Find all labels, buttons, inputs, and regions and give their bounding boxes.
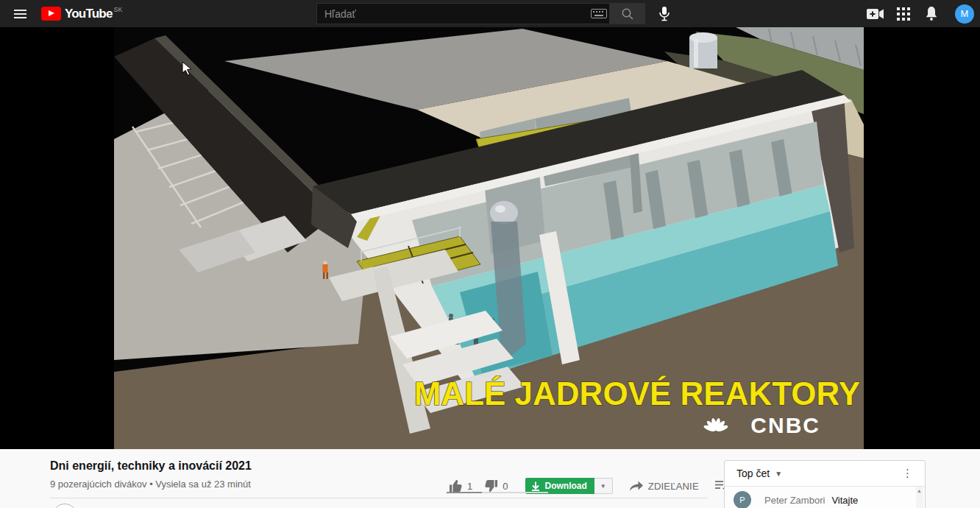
kebab-menu-icon: ⋮	[902, 467, 913, 479]
share-icon	[629, 480, 644, 493]
video-title: Dni energií, techniky a inovácií 2021	[50, 459, 252, 473]
chat-messages: P Peter Zambori Vitajte ▲	[725, 487, 925, 508]
create-video-button[interactable]	[867, 5, 884, 23]
youtube-logo[interactable]: YouTube SK	[41, 6, 123, 21]
dislike-count: 0	[503, 481, 508, 492]
search-input[interactable]	[316, 3, 610, 24]
scroll-up-icon: ▲	[917, 488, 922, 493]
like-button[interactable]: 1	[449, 479, 472, 493]
download-icon	[531, 481, 540, 491]
logo-country-code: SK	[114, 6, 123, 13]
video-meta: 9 pozerajúcich divákov • Vysiela sa už 2…	[50, 479, 251, 490]
masthead: YouTube SK	[0, 0, 980, 27]
share-button[interactable]: ZDIEĽANIE	[629, 480, 699, 493]
youtube-play-icon	[41, 7, 61, 21]
bell-icon	[924, 6, 939, 21]
chat-user-avatar[interactable]: P	[734, 491, 751, 508]
download-label: Download	[544, 481, 586, 491]
create-video-icon	[867, 8, 884, 20]
video-frame: MALÉ JADROVÉ REAKTORY CNBC	[114, 27, 864, 449]
chat-mode-label: Top čet	[736, 468, 770, 479]
chat-mode-dropdown[interactable]: Top čet ▼	[736, 468, 782, 479]
chat-text: Vitajte	[831, 495, 858, 506]
logo-text: YouTube	[65, 6, 113, 21]
masthead-right: M	[867, 0, 974, 27]
search-area	[316, 3, 673, 24]
apps-grid-button[interactable]	[895, 5, 912, 23]
chevron-down-icon: ▼	[600, 483, 606, 490]
channel-avatar[interactable]	[52, 504, 77, 508]
live-chat-panel: Top čet ▼ ⋮ P Peter Zambori Vitajte ▲	[724, 460, 926, 508]
video-player[interactable]: MALÉ JADROVÉ REAKTORY CNBC	[0, 27, 980, 449]
like-ratio-bar	[447, 492, 548, 493]
menu-icon[interactable]	[4, 0, 35, 27]
chat-menu-button[interactable]: ⋮	[899, 467, 916, 480]
apps-grid-icon	[897, 7, 910, 21]
dislike-button[interactable]: 0	[484, 479, 508, 493]
thumbs-up-icon	[449, 479, 463, 493]
search-icon	[621, 7, 634, 21]
youtube-page: YouTube SK	[0, 0, 980, 508]
thumbs-down-icon	[484, 479, 498, 493]
chat-header: Top čet ▼ ⋮	[725, 461, 925, 487]
share-label: ZDIEĽANIE	[648, 481, 699, 492]
mic-icon	[658, 6, 671, 22]
watch-info-area: Dni energií, techniky a inovácií 2021 9 …	[0, 449, 980, 508]
chevron-down-icon: ▼	[775, 470, 782, 478]
search-button[interactable]	[610, 3, 645, 24]
keyboard-icon[interactable]	[591, 9, 607, 18]
download-options-button[interactable]: ▼	[594, 478, 613, 494]
info-divider	[50, 498, 708, 498]
account-avatar[interactable]: M	[955, 4, 974, 24]
chat-message: P Peter Zambori Vitajte	[725, 487, 925, 508]
notifications-button[interactable]	[923, 5, 940, 23]
chat-scrollbar[interactable]: ▲	[916, 487, 923, 508]
video-overlay-title: MALÉ JADROVÉ REAKTORY	[414, 375, 860, 412]
voice-search-button[interactable]	[656, 5, 673, 23]
cnbc-wordmark: CNBC	[750, 413, 820, 437]
like-count: 1	[467, 481, 472, 492]
chat-author: Peter Zambori	[764, 495, 825, 506]
